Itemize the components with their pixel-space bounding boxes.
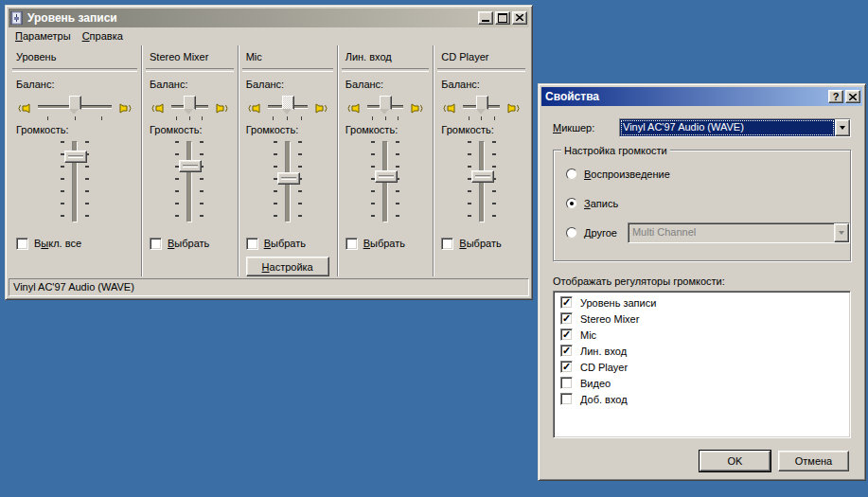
speaker-right-icon <box>214 100 230 116</box>
radio-recording[interactable]: Запись <box>566 197 850 210</box>
list-item-label: CD Player <box>580 362 628 373</box>
mixer-combobox[interactable]: Vinyl AC'97 Audio (WAVE) <box>619 118 851 137</box>
menu-options[interactable]: Параметры <box>9 28 77 44</box>
recording-level-window: Уровень записи Параметры Справка Уровень… <box>5 5 533 300</box>
mixer-dropdown-button[interactable] <box>835 119 850 136</box>
volume-thumb[interactable] <box>64 151 87 163</box>
balance-slider[interactable] <box>35 93 115 123</box>
radio-other[interactable]: Другое Multi Channel <box>566 226 850 240</box>
list-item[interactable]: ✓Лин. вход <box>554 343 850 359</box>
list-item[interactable]: Видео <box>554 375 850 391</box>
other-dropdown-button <box>834 223 849 242</box>
speaker-right-icon <box>505 100 522 116</box>
balance-slider[interactable] <box>265 93 310 123</box>
checkbox-label: Выбрать <box>264 238 306 249</box>
balance-ticks <box>368 116 403 120</box>
volume-thumb[interactable] <box>179 160 202 172</box>
select-checkbox[interactable]: Выбрать <box>246 237 329 250</box>
divider <box>12 68 137 72</box>
list-item-label: Stereo Mixer <box>580 313 639 325</box>
volume-slider[interactable] <box>72 141 78 222</box>
volume-thumb[interactable] <box>375 170 398 183</box>
volume-controls-listbox[interactable]: ✓Уровень записи ✓Stereo Mixer ✓Mic ✓Лин.… <box>553 291 851 438</box>
speaker-left-icon <box>345 100 362 116</box>
select-checkbox[interactable]: Выбрать <box>441 237 522 250</box>
balance-thumb[interactable] <box>69 96 81 110</box>
speaker-left-icon <box>246 100 262 116</box>
volume-slider[interactable] <box>186 141 192 222</box>
recording-window-titlebar[interactable]: Уровень записи <box>9 9 529 27</box>
menu-help[interactable]: Справка <box>77 28 129 44</box>
balance-thumb[interactable] <box>476 96 488 110</box>
radio-button[interactable] <box>566 198 577 209</box>
radio-button[interactable] <box>566 227 577 239</box>
checkbox-box[interactable] <box>560 377 573 389</box>
list-item-label: Видео <box>580 378 611 389</box>
checkbox-box[interactable] <box>441 238 453 250</box>
checkbox-box[interactable]: ✓ <box>560 328 573 341</box>
radio-label: Запись <box>584 198 618 209</box>
balance-thumb[interactable] <box>282 96 294 110</box>
balance-thumb[interactable] <box>380 96 392 110</box>
maximize-button[interactable] <box>495 11 510 25</box>
list-item[interactable]: Доб. вход <box>554 391 850 407</box>
balance-ticks <box>172 116 207 120</box>
volume-slider[interactable] <box>382 141 388 222</box>
speaker-left-icon <box>16 100 32 116</box>
balance-slider[interactable] <box>168 93 211 123</box>
select-checkbox[interactable]: Выбрать <box>345 237 426 250</box>
checkbox-box[interactable] <box>150 238 162 250</box>
balance-thumb[interactable] <box>184 96 196 110</box>
checkbox-box[interactable] <box>560 393 573 405</box>
volume-slider[interactable] <box>479 141 485 222</box>
checkbox-label: Выбрать <box>363 238 405 249</box>
checkbox-box[interactable] <box>246 238 258 250</box>
balance-label: Баланс: <box>16 79 133 92</box>
volume-ticks-right <box>200 141 204 222</box>
help-button[interactable]: ? <box>828 90 843 103</box>
mixer-selected-value: Vinyl AC'97 Audio (WAVE) <box>620 119 835 136</box>
channel-title: Mic <box>246 51 329 64</box>
list-item[interactable]: ✓Mic <box>554 327 850 343</box>
chevron-down-icon <box>839 231 844 235</box>
close-icon <box>849 94 857 100</box>
radio-playback[interactable]: Воспроизведение <box>566 168 850 181</box>
cancel-button[interactable]: Отмена <box>778 451 849 471</box>
volume-label: Громкость: <box>345 124 426 137</box>
list-item-label: Доб. вход <box>580 394 628 405</box>
select-checkbox[interactable]: Выбрать <box>150 237 230 250</box>
divider <box>242 68 333 72</box>
volume-thumb[interactable] <box>471 170 494 183</box>
balance-slider[interactable] <box>364 93 407 123</box>
recording-window-title: Уровень записи <box>26 11 476 25</box>
channel-cd-player: CD Player Баланс: Громкость: Выбр <box>433 45 529 276</box>
checkbox-box[interactable]: ✓ <box>560 361 573 373</box>
checkbox-box[interactable]: ✓ <box>560 296 573 309</box>
settings-button[interactable]: Настройка <box>246 257 329 276</box>
checkbox-box[interactable]: ✓ <box>560 312 573 325</box>
speaker-right-icon <box>117 100 133 116</box>
radio-button[interactable] <box>566 169 577 180</box>
ok-button[interactable]: OK <box>700 451 771 471</box>
list-item[interactable]: ✓CD Player <box>554 359 850 375</box>
balance-slider[interactable] <box>460 93 503 123</box>
checkbox-box[interactable]: ✓ <box>560 345 573 357</box>
radio-label: Другое <box>584 227 617 239</box>
list-item[interactable]: ✓Уровень записи <box>554 294 850 311</box>
properties-titlebar[interactable]: Свойства ? <box>541 87 862 106</box>
mixer-label: Микшер: <box>553 122 619 133</box>
checkbox-box[interactable] <box>345 238 358 250</box>
volume-slider[interactable] <box>285 141 291 222</box>
speaker-left-icon <box>150 100 166 116</box>
divider <box>437 68 525 72</box>
volume-thumb[interactable] <box>277 172 300 185</box>
list-item[interactable]: ✓Stereo Mixer <box>554 311 850 327</box>
checkbox-box[interactable] <box>16 238 28 250</box>
close-button[interactable] <box>512 11 527 25</box>
channel-title: Лин. вход <box>345 51 426 64</box>
volume-label: Громкость: <box>246 124 329 137</box>
list-item-label: Mic <box>580 329 596 341</box>
minimize-button[interactable] <box>478 11 493 25</box>
mute-all-checkbox[interactable]: Выкл. все <box>16 237 133 250</box>
close-button[interactable] <box>845 90 860 103</box>
